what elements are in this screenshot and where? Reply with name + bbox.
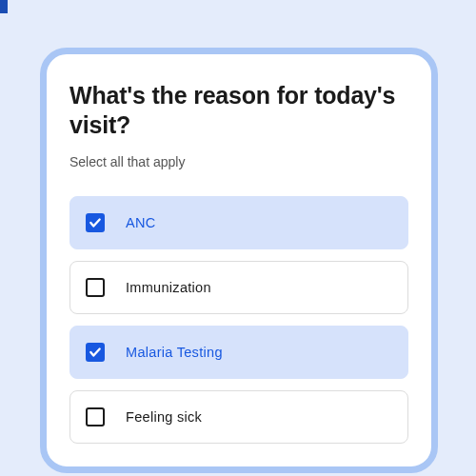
option-immunization[interactable]: Immunization (69, 261, 408, 314)
form-heading: What's the reason for today's visit? (69, 81, 408, 141)
option-label: Malaria Testing (126, 345, 223, 360)
option-feeling-sick[interactable]: Feeling sick (69, 390, 408, 444)
visit-reason-card: What's the reason for today's visit? Sel… (40, 48, 438, 473)
checkbox-unchecked-icon (86, 278, 105, 297)
option-label: ANC (126, 215, 156, 230)
option-anc[interactable]: ANC (69, 196, 408, 249)
form-subheading: Select all that apply (69, 154, 408, 169)
option-label: Immunization (126, 280, 211, 295)
checkbox-checked-icon (86, 213, 105, 232)
checkbox-checked-icon (86, 343, 105, 362)
options-list: ANC Immunization Malaria Testing Feeling… (69, 196, 408, 444)
checkbox-unchecked-icon (86, 407, 105, 426)
top-edge-marker (0, 0, 8, 13)
option-label: Feeling sick (126, 409, 202, 425)
option-malaria-testing[interactable]: Malaria Testing (69, 326, 408, 379)
